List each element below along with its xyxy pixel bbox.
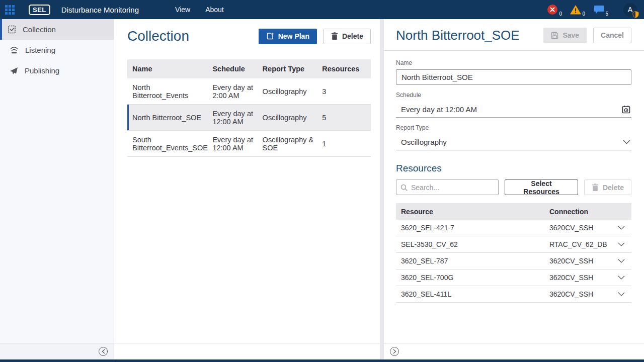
- column-header-resource: Resource: [396, 208, 549, 216]
- delete-plan-button[interactable]: Delete: [324, 29, 371, 44]
- menu-view[interactable]: View: [175, 6, 190, 14]
- connection-value: 3620CV_SSH: [549, 224, 611, 232]
- delete-resource-label: Delete: [603, 184, 624, 192]
- app-window: SEL Disturbance Monitoring View About 0 …: [0, 0, 644, 362]
- resource-name: SEL-3530_CV_62: [396, 240, 549, 248]
- plan-schedule: Every day at 2:00 AM: [212, 79, 262, 104]
- resources-controls: Select Resources Delete: [396, 179, 631, 195]
- connection-dropdown-chevron-icon[interactable]: [611, 226, 631, 230]
- topbar-status-area: 0 0 5 A: [547, 3, 637, 17]
- plan-detail-body: North Bitterroot_SOE Save Cancel: [384, 19, 644, 343]
- collection-panel: Collection New Plan: [114, 19, 380, 359]
- avatar-initial: A: [628, 6, 632, 14]
- errors-indicator[interactable]: 0: [547, 4, 558, 15]
- sidebar-item-collection[interactable]: Collection: [0, 19, 114, 40]
- delete-resource-button[interactable]: Delete: [584, 179, 631, 195]
- column-header-name: Name: [127, 65, 212, 73]
- resource-name: 3620_SEL-700G: [396, 274, 549, 282]
- new-plan-button[interactable]: New Plan: [259, 29, 317, 44]
- plan-report-type: Oscillography: [263, 110, 323, 126]
- schedule-field[interactable]: Every day at 12:00 AM: [396, 102, 631, 118]
- resource-name: 3620_SEL-421-7: [396, 224, 549, 232]
- collection-header: Collection New Plan: [127, 26, 371, 46]
- chevron-left-icon: [102, 349, 105, 354]
- collapse-detail-button[interactable]: [390, 347, 399, 356]
- delete-plan-label: Delete: [342, 32, 363, 40]
- collapse-sidebar-button[interactable]: [99, 347, 108, 356]
- menu-about[interactable]: About: [205, 6, 224, 14]
- connection-dropdown-chevron-icon[interactable]: [611, 242, 631, 246]
- plan-name: North Bitterroot_Events: [127, 79, 212, 104]
- column-header-schedule: Schedule: [212, 65, 262, 73]
- save-button[interactable]: Save: [543, 28, 587, 43]
- plan-schedule: Every day at 12:00 AM: [212, 132, 262, 156]
- table-row-selected[interactable]: North Bitterroot_SOE Every day at 12:00 …: [127, 105, 371, 131]
- collection-panel-footer: [114, 343, 380, 359]
- select-resources-button[interactable]: Select Resources: [505, 179, 578, 195]
- resources-section-title: Resources: [396, 163, 631, 174]
- table-row[interactable]: South Bitterroot_Events_SOE Every day at…: [127, 131, 371, 157]
- sidebar-item-publishing[interactable]: Publishing: [0, 60, 114, 81]
- warning-icon: [570, 5, 581, 15]
- report-type-select[interactable]: Oscillography: [396, 134, 631, 150]
- trash-icon: [331, 32, 338, 40]
- resources-table-header: Resource Connection: [396, 203, 631, 220]
- resource-row: 3620_SEL-700G 3620CV_SSH: [396, 269, 631, 286]
- bottom-edge-bar: [0, 359, 644, 362]
- select-resources-label: Select Resources: [512, 179, 571, 196]
- top-bar: SEL Disturbance Monitoring View About 0 …: [0, 0, 644, 19]
- user-avatar[interactable]: A: [623, 3, 637, 17]
- chevron-right-icon: [393, 349, 396, 354]
- connection-value: 3620CV_SSH: [549, 257, 611, 265]
- calendar-clock-icon[interactable]: [622, 105, 630, 114]
- name-field[interactable]: [396, 69, 631, 85]
- resource-row: 3620_SEL-421-7 3620CV_SSH: [396, 220, 631, 236]
- sidebar-item-label: Publishing: [25, 66, 59, 75]
- messages-indicator[interactable]: 5: [593, 4, 604, 15]
- resource-name: 3620_SEL-787: [396, 257, 549, 265]
- cancel-button[interactable]: Cancel: [593, 28, 631, 43]
- sidebar-item-listening[interactable]: Listening: [0, 40, 114, 60]
- page-title: Collection: [127, 26, 189, 46]
- top-menu: View About: [175, 6, 224, 14]
- trash-icon: [592, 184, 599, 192]
- column-header-resources: Resources: [322, 65, 371, 73]
- connection-dropdown-chevron-icon[interactable]: [611, 259, 631, 263]
- messages-count: 5: [605, 11, 608, 17]
- search-input[interactable]: [411, 184, 494, 192]
- column-header-report-type: Report Type: [263, 65, 323, 73]
- sidebar-footer: [0, 343, 114, 359]
- resource-row: SEL-3530_CV_62 RTAC_CV_62_DB: [396, 236, 631, 253]
- plan-resource-count: 3: [322, 83, 371, 100]
- name-field-label: Name: [396, 59, 631, 66]
- resource-row: 3620_SEL-411L 3620CV_SSH: [396, 286, 631, 303]
- plan-schedule: Every day at 12:00 AM: [212, 106, 262, 130]
- messages-icon: [594, 5, 604, 15]
- app-grid-icon[interactable]: [5, 5, 15, 15]
- resource-search[interactable]: [396, 179, 499, 195]
- error-icon: [547, 5, 557, 15]
- schedule-field-label: Schedule: [396, 92, 631, 99]
- plan-report-type: Oscillography: [263, 83, 323, 100]
- search-icon: [400, 184, 408, 191]
- save-label: Save: [562, 31, 579, 39]
- save-icon: [551, 32, 558, 39]
- connection-dropdown-chevron-icon[interactable]: [611, 292, 631, 296]
- detail-title: North Bitterroot_SOE: [396, 26, 520, 44]
- listening-icon: [10, 46, 19, 54]
- warnings-indicator[interactable]: 0: [570, 4, 581, 15]
- panel-divider: [380, 19, 384, 359]
- detail-form: Name Schedule Every day at 12:00 AM: [384, 51, 644, 303]
- plan-name: North Bitterroot_SOE: [127, 110, 212, 126]
- detail-panel-footer: [384, 343, 644, 359]
- connection-dropdown-chevron-icon[interactable]: [611, 276, 631, 280]
- connection-value: 3620CV_SSH: [549, 274, 611, 282]
- connection-value: RTAC_CV_62_DB: [549, 240, 611, 248]
- errors-count: 0: [559, 11, 562, 17]
- sel-logo: SEL: [29, 5, 50, 15]
- plan-detail-panel: North Bitterroot_SOE Save Cancel: [384, 19, 644, 359]
- new-plan-icon: [266, 32, 274, 40]
- app-title: Disturbance Monitoring: [61, 6, 139, 14]
- publishing-paper-plane-icon: [10, 67, 18, 75]
- table-row[interactable]: North Bitterroot_Events Every day at 2:0…: [127, 78, 371, 105]
